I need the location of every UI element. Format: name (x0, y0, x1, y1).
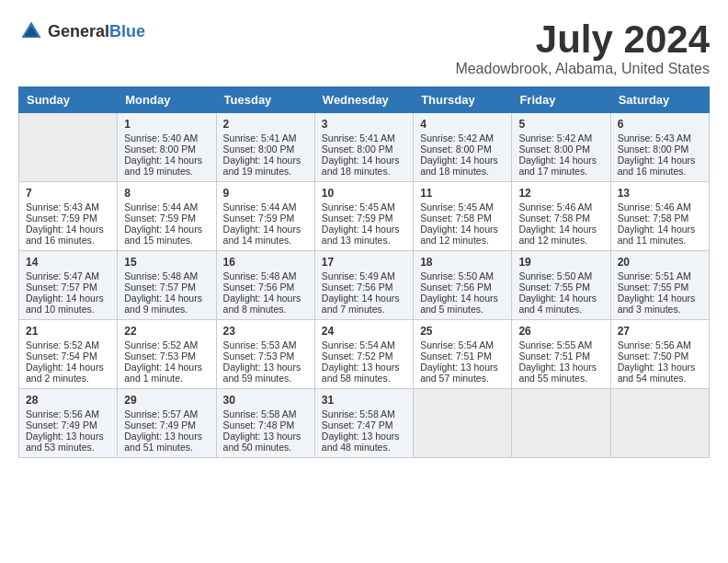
cell-content-line: Sunrise: 5:49 AM (322, 270, 406, 282)
location-subtitle: Meadowbrook, Alabama, United States (455, 61, 710, 77)
cell-content-line: Daylight: 14 hours (26, 293, 110, 304)
cell-content-line: Sunset: 8:00 PM (223, 144, 308, 155)
cell-content-line: Sunrise: 5:55 AM (518, 339, 603, 350)
cell-content-line: Daylight: 14 hours (618, 155, 702, 166)
weekday-header: Friday (512, 87, 610, 113)
logo-general: General (48, 22, 109, 41)
calendar-cell: 14Sunrise: 5:47 AMSunset: 7:57 PMDayligh… (19, 251, 118, 320)
calendar-cell: 13Sunrise: 5:46 AMSunset: 7:58 PMDayligh… (610, 182, 709, 251)
calendar-cell: 19Sunrise: 5:50 AMSunset: 7:55 PMDayligh… (512, 251, 610, 320)
cell-content-line: Daylight: 14 hours (26, 224, 110, 235)
calendar-cell: 11Sunrise: 5:45 AMSunset: 7:58 PMDayligh… (414, 182, 512, 251)
cell-content-line: Daylight: 14 hours (223, 155, 308, 166)
cell-content-line: and 18 minutes. (322, 166, 406, 177)
cell-content-line: Daylight: 13 hours (223, 362, 308, 373)
cell-content-line: Daylight: 13 hours (223, 431, 308, 442)
cell-content-line: Daylight: 14 hours (420, 155, 505, 166)
logo-icon (18, 18, 44, 44)
cell-content-line: Sunset: 7:49 PM (124, 419, 209, 431)
cell-content-line: Daylight: 14 hours (518, 155, 603, 166)
calendar-cell: 8Sunrise: 5:44 AMSunset: 7:59 PMDaylight… (118, 182, 216, 251)
cell-content-line: Sunset: 7:57 PM (124, 282, 209, 293)
day-number: 12 (518, 187, 603, 200)
cell-content-line: Daylight: 14 hours (420, 293, 505, 304)
cell-content-line: and 16 minutes. (26, 235, 110, 246)
cell-content-line: and 8 minutes. (223, 304, 308, 315)
cell-content-line: Sunset: 7:55 PM (518, 282, 603, 293)
cell-content-line: and 59 minutes. (223, 373, 308, 384)
cell-content-line: and 17 minutes. (518, 166, 603, 177)
cell-content-line: Sunrise: 5:44 AM (223, 201, 308, 213)
cell-content-line: Sunset: 7:57 PM (26, 282, 110, 293)
day-number: 29 (124, 394, 209, 407)
cell-content-line: Sunrise: 5:53 AM (223, 339, 308, 350)
cell-content-line: Sunset: 8:00 PM (322, 144, 406, 155)
cell-content-line: and 19 minutes. (223, 166, 308, 177)
day-number: 20 (618, 256, 702, 269)
day-number: 23 (223, 325, 308, 338)
calendar-week-row: 28Sunrise: 5:56 AMSunset: 7:49 PMDayligh… (19, 389, 710, 458)
cell-content-line: and 14 minutes. (223, 235, 308, 246)
calendar-cell: 7Sunrise: 5:43 AMSunset: 7:59 PMDaylight… (19, 182, 118, 251)
cell-content-line: Sunrise: 5:48 AM (223, 270, 308, 282)
cell-content-line: Daylight: 14 hours (124, 224, 209, 235)
weekday-header: Wednesday (314, 87, 413, 113)
day-number: 22 (124, 325, 209, 338)
day-number: 24 (322, 325, 406, 338)
calendar-cell: 27Sunrise: 5:56 AMSunset: 7:50 PMDayligh… (610, 320, 709, 389)
day-number: 11 (420, 187, 505, 200)
cell-content-line: Sunset: 7:51 PM (420, 350, 505, 362)
day-number: 25 (420, 325, 505, 338)
cell-content-line: Sunrise: 5:46 AM (618, 201, 702, 213)
calendar-cell: 25Sunrise: 5:54 AMSunset: 7:51 PMDayligh… (414, 320, 512, 389)
calendar-week-row: 7Sunrise: 5:43 AMSunset: 7:59 PMDaylight… (19, 182, 710, 251)
cell-content-line: Daylight: 14 hours (518, 293, 603, 304)
cell-content-line: Sunrise: 5:50 AM (518, 270, 603, 282)
weekday-header: Tuesday (216, 87, 314, 113)
day-number: 21 (26, 325, 110, 338)
calendar-cell (512, 389, 610, 458)
cell-content-line: Sunrise: 5:43 AM (618, 132, 702, 144)
cell-content-line: Sunset: 7:56 PM (322, 282, 406, 293)
cell-content-line: and 5 minutes. (420, 304, 505, 315)
cell-content-line: Sunset: 8:00 PM (618, 144, 702, 155)
calendar-week-row: 14Sunrise: 5:47 AMSunset: 7:57 PMDayligh… (19, 251, 710, 320)
calendar-cell: 30Sunrise: 5:58 AMSunset: 7:48 PMDayligh… (216, 389, 314, 458)
cell-content-line: Sunset: 7:58 PM (618, 213, 702, 224)
cell-content-line: Sunset: 7:47 PM (322, 419, 406, 431)
calendar-cell: 31Sunrise: 5:58 AMSunset: 7:47 PMDayligh… (314, 389, 413, 458)
calendar-cell: 20Sunrise: 5:51 AMSunset: 7:55 PMDayligh… (610, 251, 709, 320)
calendar-cell: 9Sunrise: 5:44 AMSunset: 7:59 PMDaylight… (216, 182, 314, 251)
cell-content-line: Sunrise: 5:46 AM (518, 201, 603, 213)
day-number: 19 (518, 256, 603, 269)
cell-content-line: and 2 minutes. (26, 373, 110, 384)
cell-content-line: and 54 minutes. (618, 373, 702, 384)
cell-content-line: and 4 minutes. (518, 304, 603, 315)
calendar-cell: 4Sunrise: 5:42 AMSunset: 8:00 PMDaylight… (414, 113, 512, 182)
cell-content-line: Sunrise: 5:44 AM (124, 201, 209, 213)
cell-content-line: and 3 minutes. (618, 304, 702, 315)
cell-content-line: Sunset: 7:58 PM (420, 213, 505, 224)
cell-content-line: Daylight: 13 hours (124, 431, 209, 442)
cell-content-line: Sunrise: 5:58 AM (223, 408, 308, 419)
weekday-header: Thursday (414, 87, 512, 113)
cell-content-line: Sunrise: 5:57 AM (124, 408, 209, 419)
cell-content-line: Daylight: 14 hours (420, 224, 505, 235)
cell-content-line: and 7 minutes. (322, 304, 406, 315)
cell-content-line: Daylight: 14 hours (322, 155, 406, 166)
cell-content-line: and 12 minutes. (518, 235, 603, 246)
day-number: 28 (26, 394, 110, 407)
day-number: 9 (223, 187, 308, 200)
calendar-cell: 26Sunrise: 5:55 AMSunset: 7:51 PMDayligh… (512, 320, 610, 389)
weekday-header: Monday (118, 87, 216, 113)
cell-content-line: Sunset: 7:51 PM (518, 350, 603, 362)
cell-content-line: and 18 minutes. (420, 166, 505, 177)
calendar-cell (19, 113, 118, 182)
cell-content-line: Daylight: 14 hours (618, 293, 702, 304)
calendar-cell: 18Sunrise: 5:50 AMSunset: 7:56 PMDayligh… (414, 251, 512, 320)
day-number: 26 (518, 325, 603, 338)
cell-content-line: Sunrise: 5:52 AM (124, 339, 209, 350)
cell-content-line: and 58 minutes. (322, 373, 406, 384)
day-number: 7 (26, 187, 110, 200)
calendar-cell: 12Sunrise: 5:46 AMSunset: 7:58 PMDayligh… (512, 182, 610, 251)
